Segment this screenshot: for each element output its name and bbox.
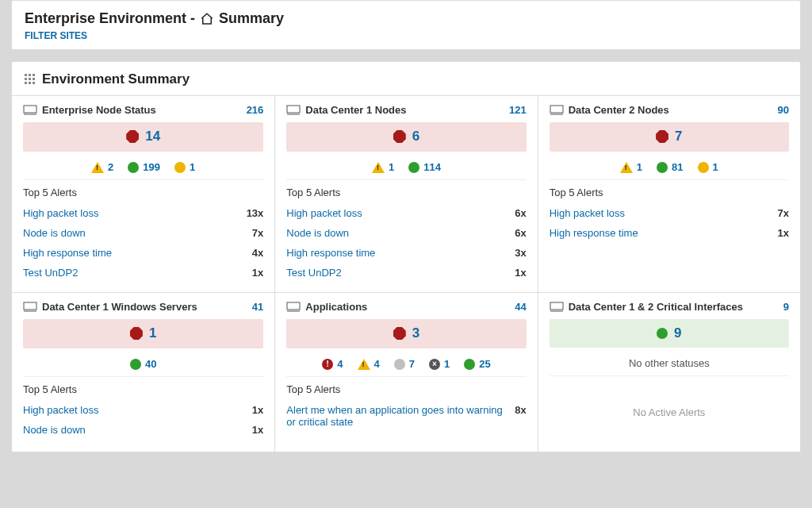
card-total-link[interactable]: 44: [515, 301, 526, 313]
up-icon: [408, 162, 419, 173]
status-item[interactable]: ×1: [429, 358, 450, 370]
status-item[interactable]: 2: [91, 161, 113, 173]
alerts-title: Top 5 Alerts: [23, 383, 263, 395]
status-item[interactable]: 40: [130, 358, 156, 370]
alert-row: High packet loss6x: [286, 203, 526, 223]
status-value: 4: [337, 358, 343, 370]
status-value: 1: [637, 161, 642, 173]
alert-link[interactable]: High response time: [286, 247, 515, 259]
card-head: Data Center 1 Nodes121: [286, 104, 526, 116]
alert-row: High packet loss7x: [550, 203, 789, 223]
alert-row: Node is down1x: [23, 420, 263, 440]
card-head: Data Center 1 & 2 Critical Interfaces9: [550, 301, 789, 313]
alert-link[interactable]: High packet loss: [286, 207, 515, 219]
node-icon: [550, 302, 564, 313]
primary-status-banner[interactable]: 6: [286, 122, 526, 152]
alert-row: Alert me when an application goes into w…: [286, 400, 526, 432]
critical-small-icon: !: [322, 359, 333, 370]
status-item[interactable]: 1: [372, 161, 394, 173]
up-icon: [128, 162, 139, 173]
status-item[interactable]: 4: [358, 358, 380, 370]
critical-icon: [393, 327, 406, 340]
node-icon: [286, 105, 301, 116]
status-item[interactable]: 81: [657, 161, 683, 173]
alert-link[interactable]: Test UnDP2: [286, 267, 515, 279]
alert-count: 8x: [515, 404, 526, 416]
status-card: Data Center 1 Nodes12161114Top 5 AlertsH…: [274, 95, 537, 292]
status-item[interactable]: 1: [698, 161, 718, 173]
primary-status-banner[interactable]: 7: [550, 122, 789, 152]
pending-icon: [174, 162, 186, 173]
status-item[interactable]: !4: [322, 358, 343, 370]
node-icon: [286, 302, 301, 313]
alert-count: 4x: [252, 247, 263, 259]
alert-link[interactable]: High response time: [23, 247, 252, 259]
status-item[interactable]: 114: [408, 161, 441, 173]
alert-count: 1x: [252, 267, 263, 279]
alert-count: 1x: [252, 424, 263, 436]
status-value: 1: [713, 161, 718, 173]
warning-icon: [620, 162, 633, 173]
status-row: 1811: [550, 156, 789, 180]
page-title: Enterprise Environment - Summary: [25, 10, 787, 27]
card-total-link[interactable]: 41: [252, 301, 263, 313]
primary-value: 9: [674, 325, 681, 341]
warning-icon: [91, 162, 104, 173]
summary-header: Environment Summary: [12, 62, 800, 95]
alert-link[interactable]: Node is down: [23, 424, 252, 436]
status-value: 1: [444, 358, 450, 370]
status-item[interactable]: 1: [174, 161, 195, 173]
card-total-link[interactable]: 90: [778, 104, 789, 116]
alert-row: Test UnDP21x: [286, 263, 526, 283]
status-value: 81: [672, 161, 683, 173]
warning-icon: [372, 162, 385, 173]
alert-link[interactable]: Node is down: [286, 227, 515, 239]
alerts-title: Top 5 Alerts: [23, 187, 263, 198]
alert-count: 1x: [252, 404, 263, 416]
up-icon: [657, 162, 668, 173]
svg-rect-4: [550, 106, 563, 113]
alert-count: 6x: [515, 227, 526, 239]
alert-link[interactable]: Node is down: [23, 227, 252, 239]
card-total-link[interactable]: 216: [247, 104, 264, 116]
alert-link[interactable]: Test UnDP2: [23, 267, 252, 279]
status-value: 4: [374, 358, 380, 370]
alert-link[interactable]: High packet loss: [550, 207, 778, 219]
status-item[interactable]: 1: [620, 161, 642, 173]
node-icon: [23, 302, 37, 313]
alert-link[interactable]: Alert me when an application goes into w…: [286, 404, 515, 428]
filter-sites-link[interactable]: FILTER SITES: [25, 30, 87, 41]
up-icon: [657, 328, 668, 339]
node-icon: [550, 105, 564, 116]
status-item[interactable]: 25: [464, 358, 490, 370]
primary-value: 14: [145, 129, 160, 144]
critical-icon: [126, 130, 139, 143]
status-value: 40: [145, 358, 156, 370]
primary-status-banner[interactable]: 14: [23, 122, 263, 152]
alert-link[interactable]: High packet loss: [23, 207, 247, 219]
status-value: 114: [423, 161, 441, 173]
node-icon: [23, 105, 37, 116]
status-value: 2: [108, 161, 113, 173]
alert-row: High response time4x: [23, 243, 263, 263]
unknown-icon: [394, 359, 405, 370]
status-card: Data Center 2 Nodes9071811Top 5 AlertsHi…: [538, 95, 800, 292]
alert-row: Node is down7x: [23, 223, 263, 243]
svg-rect-2: [287, 106, 300, 113]
status-item[interactable]: 7: [394, 358, 415, 370]
status-item[interactable]: 199: [128, 161, 160, 173]
alerts-title: Top 5 Alerts: [286, 383, 526, 395]
primary-status-banner[interactable]: 9: [550, 319, 789, 348]
alert-link[interactable]: High response time: [550, 227, 778, 239]
card-total-link[interactable]: 121: [509, 104, 527, 116]
drag-handle-icon[interactable]: [25, 74, 36, 85]
alert-link[interactable]: High packet loss: [23, 404, 252, 416]
status-value: 25: [479, 358, 490, 370]
cards-grid: Enterprise Node Status2161421991Top 5 Al…: [12, 95, 800, 452]
section-title: Environment Summary: [42, 71, 190, 87]
primary-status-banner[interactable]: 1: [23, 319, 263, 348]
card-total-link[interactable]: 9: [783, 301, 789, 313]
card-head: Enterprise Node Status216: [23, 104, 263, 116]
warning-icon: [358, 359, 370, 370]
primary-status-banner[interactable]: 3: [286, 319, 526, 348]
